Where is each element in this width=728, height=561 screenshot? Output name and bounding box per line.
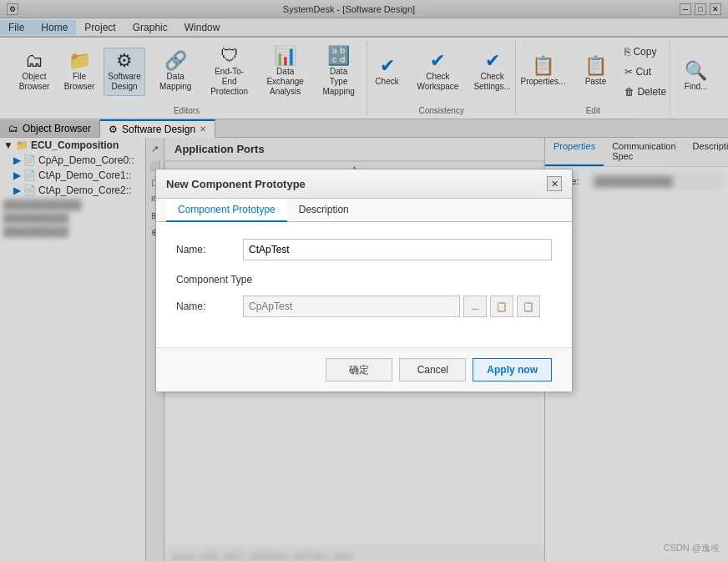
form-comp-type-input[interactable]	[243, 296, 460, 317]
form-name-row: Name:	[176, 239, 552, 260]
form-name-input[interactable]	[243, 239, 552, 260]
component-type-label: Component Type	[176, 274, 552, 286]
dialog-header: New Component Prototype ✕	[156, 169, 572, 199]
cancel-btn[interactable]: Cancel	[399, 358, 466, 382]
confirm-btn[interactable]: 确定	[326, 358, 392, 382]
dialog-overlay: New Component Prototype ✕ Component Prot…	[0, 0, 728, 561]
comp-type-icon2-btn[interactable]: 📋	[517, 296, 540, 317]
dialog-title: New Component Prototype	[166, 178, 306, 190]
comp-type-dots-btn[interactable]: ...	[463, 296, 487, 317]
form-comp-type-input-row: ... 📋 📋	[243, 296, 540, 317]
dialog-new-component: New Component Prototype ✕ Component Prot…	[155, 169, 573, 392]
apply-now-btn[interactable]: Apply now	[473, 358, 552, 382]
form-comp-type-name-label: Name:	[176, 301, 235, 312]
comp-type-icon1-btn[interactable]: 📋	[490, 296, 513, 317]
dialog-footer: 确定 Cancel Apply now	[156, 347, 572, 392]
form-name-label: Name:	[176, 244, 235, 255]
form-component-type-row: Name: ... 📋 📋	[176, 296, 552, 317]
dialog-tab-component-prototype[interactable]: Component Prototype	[166, 199, 287, 222]
dialog-tab-description[interactable]: Description	[287, 199, 361, 222]
dialog-close-btn[interactable]: ✕	[547, 176, 562, 191]
dialog-body: Name: Component Type Name: ... 📋 📋	[156, 222, 572, 347]
dialog-tabs: Component Prototype Description	[156, 199, 572, 222]
